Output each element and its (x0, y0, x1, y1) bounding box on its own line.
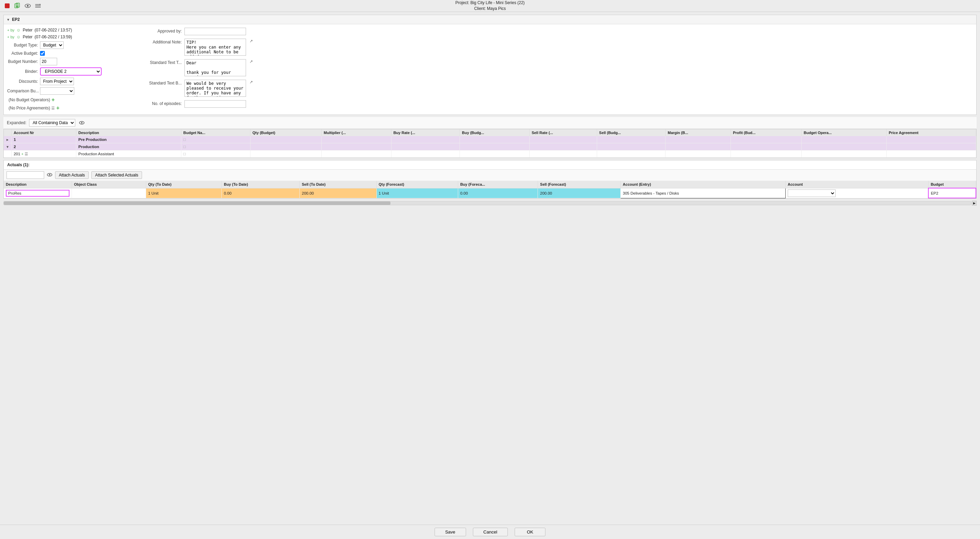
active-budget-checkbox[interactable] (40, 51, 45, 56)
th-buy-to-date: Buy (To Date) (222, 181, 300, 188)
expanded-row: Expanded: All Containing Data (3, 117, 977, 129)
ep2-right: Approved by: Additional Note: TIP! Here … (137, 28, 973, 111)
comment-cell: □ (181, 143, 250, 151)
qty-budget-cell (250, 151, 321, 158)
row-expand-icon (4, 151, 11, 158)
discounts-select[interactable]: From Project (40, 78, 74, 85)
bottom-bar: Save Cancel OK (0, 525, 980, 539)
description-cell: Production (76, 143, 181, 151)
margin-cell (665, 151, 731, 158)
additional-note-expand-icon[interactable]: ↗ (250, 39, 253, 43)
table-row: ► 1 Pre Production □ (4, 136, 976, 143)
row-expand-icon[interactable]: ▼ (4, 143, 11, 151)
th-sell-forecast: Sell (Forecast) (538, 181, 621, 188)
budget-number-input[interactable] (40, 58, 57, 65)
additional-note-textarea[interactable]: TIP! Here you can enter any additional N… (185, 39, 246, 56)
ep2-header: ▼ EP2 (4, 15, 976, 24)
profit-cell (731, 143, 802, 151)
th-multiplier: Multiplier (... (321, 129, 391, 136)
add-row-icon[interactable]: + (21, 152, 23, 156)
person-date-1: (07-06-2022 / 13:57) (35, 28, 72, 32)
sell-budget-cell (597, 136, 665, 143)
table-row: 201 + ☰ Production Assistant □ (4, 151, 976, 158)
standard-text-b-row: Standard Text B... We would be very plea… (137, 80, 973, 97)
budget-opera-cell (801, 136, 886, 143)
account-select[interactable] (788, 189, 835, 197)
add-price-agreement-icon[interactable]: + (56, 105, 59, 111)
price-agreement-menu-icon[interactable]: ☰ (51, 106, 55, 111)
actuals-table: Description Object Class Qty (To Date) B… (4, 181, 976, 198)
actual-account-entry-cell: 305 Deliverables - Tapes / Disks (621, 188, 786, 198)
standard-text-t-textarea[interactable]: Dear thank you for your enquiry. (185, 59, 246, 76)
expanded-eye-icon[interactable] (78, 119, 86, 127)
row-menu-icon[interactable]: ☰ (25, 152, 28, 156)
no-budget-operators-label: (No Budget Operators) (8, 97, 50, 102)
attach-selected-actuals-button[interactable]: Attach Selected Actuals (91, 171, 142, 179)
standard-text-b-expand-icon[interactable]: ↗ (250, 80, 253, 84)
approved-by-input[interactable] (185, 28, 246, 35)
hscrollbar[interactable] (3, 201, 971, 205)
project-title: Project: Big City Life - Mini Series (22… (455, 0, 525, 12)
comparison-select[interactable] (40, 87, 74, 95)
ok-button[interactable]: OK (515, 528, 546, 536)
no-episodes-input[interactable] (185, 100, 246, 108)
standard-text-t-expand-icon[interactable]: ↗ (250, 59, 253, 64)
scroll-right-icon[interactable]: ▶ (972, 201, 977, 206)
binder-select[interactable]: EPISODE 2 (40, 67, 102, 76)
eye-icon[interactable] (24, 2, 32, 10)
multiplier-cell (321, 151, 391, 158)
actual-description-cell: ProRes (4, 188, 72, 198)
discounts-row: Discounts: From Project (7, 78, 130, 85)
plus-by-label-1: + by (7, 28, 14, 32)
standard-text-b-textarea[interactable]: We would be very pleased to receive your… (185, 80, 246, 97)
standard-text-t-label: Standard Text T... (137, 59, 182, 65)
margin-cell (665, 143, 731, 151)
budget-type-select[interactable]: Budget (40, 41, 64, 49)
person-icon-1: ☺ (16, 28, 21, 32)
multiplier-cell (321, 143, 391, 151)
comment-cell: □ (181, 136, 250, 143)
lines-icon[interactable] (34, 2, 42, 10)
plus-by-label-2: + by (7, 35, 14, 39)
save-button[interactable]: Save (434, 528, 466, 536)
budget-opera-cell (801, 151, 886, 158)
stop-icon[interactable] (3, 2, 11, 10)
attach-actuals-button[interactable]: Attach Actuals (55, 171, 89, 179)
no-episodes-row: No. of episodes: (137, 100, 973, 108)
ep2-collapse-icon[interactable]: ▼ (6, 18, 10, 22)
actual-buy-to-date-cell: 0.00 (222, 188, 300, 198)
description-inner[interactable]: ProRes (6, 190, 70, 197)
add-budget-operator-icon[interactable]: + (51, 97, 54, 103)
price-agreement-cell (886, 143, 976, 151)
th-margin-b: Margin (B... (665, 129, 731, 136)
export-icon[interactable] (14, 2, 21, 10)
description-cell: Pre Production (76, 136, 181, 143)
actual-qty-forecast-cell: 1 Unit (376, 188, 458, 198)
person-name-2: Peter (22, 35, 32, 39)
ep2-title: EP2 (12, 17, 20, 22)
th-sell-rate: Sell Rate (... (529, 129, 597, 136)
account-nr-cell: 1 (11, 136, 76, 143)
no-price-agreements-row: (No Price Agreements) ☰ + (7, 105, 130, 111)
expanded-select[interactable]: All Containing Data (29, 119, 75, 127)
person-date-2: (07-06-2022 / 13:59) (35, 35, 72, 39)
buy-rate-cell (391, 151, 460, 158)
actuals-eye-icon[interactable] (47, 173, 52, 178)
budget-type-row: Budget Type: Budget (7, 41, 130, 49)
budget-number-label: Budget Number: (7, 59, 38, 64)
budget-table: Account Nr Description Budget Na... Qty … (4, 129, 976, 158)
cancel-button[interactable]: Cancel (473, 528, 508, 536)
account-nr-cell: 201 + ☰ (11, 151, 76, 158)
buy-budget-cell (460, 143, 530, 151)
th-price-agreement: Price Agreement (886, 129, 976, 136)
buy-budget-cell (460, 151, 530, 158)
th-description: Description (4, 181, 72, 188)
binder-label: Binder: (7, 69, 38, 74)
th-qty-budget: Qty (Budget) (250, 129, 321, 136)
person-name-1: Peter (22, 28, 32, 32)
actual-budget-cell[interactable]: EP2 (928, 188, 976, 198)
row-expand-icon[interactable]: ► (4, 136, 11, 143)
actuals-search-input[interactable] (6, 171, 44, 179)
history-row-2: + by ☺ Peter (07-06-2022 / 13:59) (7, 35, 130, 39)
account-nr-cell: 2 (11, 143, 76, 151)
